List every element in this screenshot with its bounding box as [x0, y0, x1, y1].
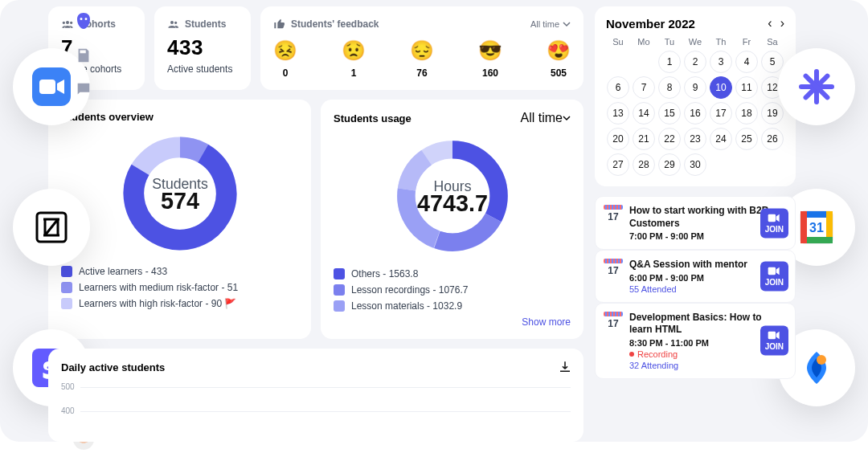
- daily-title: Daily active students: [61, 361, 165, 373]
- relaxed-emoji: 😔: [410, 39, 434, 63]
- feedback-count: 1: [342, 67, 366, 79]
- legend-text: Learners with high risk-factor - 90 🚩: [79, 298, 236, 309]
- calendar-day[interactable]: 15: [658, 102, 681, 124]
- video-icon: [768, 213, 780, 222]
- ytick-400: 400: [61, 406, 75, 415]
- svg-text:574: 574: [160, 188, 199, 214]
- calendar-day[interactable]: 16: [684, 102, 706, 124]
- event-card[interactable]: 17 Development Basics: How to learn HTML…: [595, 303, 796, 379]
- calendar-day[interactable]: 11: [735, 76, 758, 99]
- feedback-item: 😟1: [342, 39, 366, 79]
- card-daily-active: Daily active students 500 400: [48, 349, 583, 442]
- join-button[interactable]: JOIN: [760, 326, 788, 356]
- svg-text:31: 31: [809, 221, 824, 235]
- notion-icon: [32, 208, 71, 247]
- calendar-day[interactable]: 8: [658, 76, 681, 99]
- card-feedback: Students' feedback All time 😣0😟1😔76😎160😍…: [260, 6, 583, 90]
- feedback-item: 😎160: [478, 39, 502, 79]
- calendar-day[interactable]: 25: [735, 128, 758, 150]
- calendar-day[interactable]: 5: [761, 51, 784, 73]
- calendar-day[interactable]: 27: [607, 153, 629, 176]
- calendar-day[interactable]: 18: [735, 102, 758, 124]
- calendar-day[interactable]: 6: [607, 76, 629, 99]
- jira-icon: [797, 349, 836, 387]
- legend-text: Learners with medium risk-factor - 51: [79, 282, 238, 293]
- join-button[interactable]: JOIN: [760, 261, 788, 291]
- calendar-day[interactable]: 7: [633, 76, 655, 99]
- calendar-day[interactable]: 10: [710, 76, 732, 99]
- legend-text: Lesson recordings - 1076.7: [351, 284, 468, 296]
- feedback-title: Students' feedback: [291, 18, 379, 30]
- legend-swatch: [334, 300, 345, 312]
- calendar-day[interactable]: 4: [735, 51, 758, 73]
- download-icon[interactable]: [558, 360, 572, 374]
- calendar-day[interactable]: 28: [633, 153, 655, 176]
- legend-text: Lesson materials - 1032.9: [351, 300, 462, 312]
- legend-row: Lesson recordings - 1076.7: [334, 284, 571, 296]
- logo-owl-icon: [74, 11, 93, 31]
- feedback-count: 0: [273, 67, 297, 79]
- calendar-next[interactable]: ›: [780, 16, 784, 31]
- feedback-count: 505: [547, 67, 571, 79]
- calendar-day[interactable]: 26: [761, 128, 784, 150]
- calendar-day[interactable]: 20: [607, 128, 629, 150]
- calendar-day[interactable]: 24: [710, 128, 732, 150]
- svg-rect-28: [768, 267, 776, 275]
- loom-icon: [797, 67, 836, 106]
- calendar-day[interactable]: 3: [710, 51, 732, 73]
- svg-rect-29: [768, 332, 776, 339]
- nav-chat-icon[interactable]: [75, 80, 92, 98]
- svg-text:4743.7: 4743.7: [416, 190, 487, 216]
- chevron-down-icon: [563, 20, 571, 28]
- nav-save-icon[interactable]: [75, 47, 92, 64]
- event-date: 17: [604, 259, 623, 294]
- event-card[interactable]: 17 Q&A Session with mentor 6:00 PM - 9:0…: [595, 250, 796, 303]
- legend-swatch: [334, 268, 345, 279]
- video-icon: [768, 266, 780, 275]
- event-date: 17: [604, 205, 623, 241]
- video-icon: [768, 331, 780, 341]
- svg-rect-1: [39, 80, 55, 94]
- event-date: 17: [604, 312, 623, 370]
- google-calendar-icon: 31: [797, 208, 836, 247]
- join-button[interactable]: JOIN: [760, 208, 788, 238]
- calendar: November 2022 ‹ › SuMoTuWeThFrSa 1234567…: [595, 6, 796, 186]
- calendar-day[interactable]: 23: [684, 128, 706, 150]
- legend-text: Others - 1563.8: [351, 268, 418, 279]
- event-meta: 32 Attending: [629, 361, 787, 370]
- integration-loom[interactable]: [778, 48, 855, 125]
- calendar-prev[interactable]: ‹: [768, 16, 772, 31]
- people-icon: [167, 18, 180, 31]
- feedback-count: 76: [410, 67, 434, 79]
- calendar-day[interactable]: 13: [607, 102, 629, 124]
- legend-row: Others - 1563.8: [334, 268, 571, 279]
- calendar-dow: Fr: [735, 37, 759, 47]
- event-card[interactable]: 17 How to start working with B2B Custome…: [595, 196, 796, 250]
- svg-rect-12: [800, 211, 807, 243]
- calendar-day[interactable]: 29: [658, 153, 681, 176]
- calendar-dow: We: [683, 37, 707, 47]
- calendar-dow: Tu: [657, 37, 682, 47]
- feedback-item: 😣0: [273, 39, 297, 79]
- calendar-day[interactable]: 30: [684, 153, 706, 176]
- calendar-day[interactable]: 19: [761, 102, 784, 124]
- overview-donut: Students 574: [116, 129, 244, 258]
- students-value: 433: [167, 35, 238, 60]
- feedback-filter[interactable]: All time: [530, 19, 571, 29]
- calendar-day[interactable]: 22: [658, 128, 681, 150]
- calendar-day[interactable]: 2: [684, 51, 706, 73]
- calendar-day[interactable]: 14: [633, 102, 655, 124]
- calendar-day[interactable]: 17: [710, 102, 732, 124]
- calendar-day[interactable]: 21: [633, 128, 655, 150]
- feedback-count: 160: [478, 67, 502, 79]
- calendar-title: November 2022: [606, 17, 695, 31]
- chevron-down-icon: [563, 114, 571, 122]
- calendar-day[interactable]: 9: [684, 76, 706, 99]
- usage-donut: Hours 4743.7: [388, 132, 517, 260]
- confounded-emoji: 😣: [273, 39, 297, 63]
- zoom-icon: [32, 67, 71, 106]
- calendar-day[interactable]: 1: [658, 51, 681, 73]
- usage-show-more[interactable]: Show more: [334, 316, 571, 328]
- usage-filter[interactable]: All time: [521, 111, 571, 125]
- legend-swatch: [334, 284, 345, 296]
